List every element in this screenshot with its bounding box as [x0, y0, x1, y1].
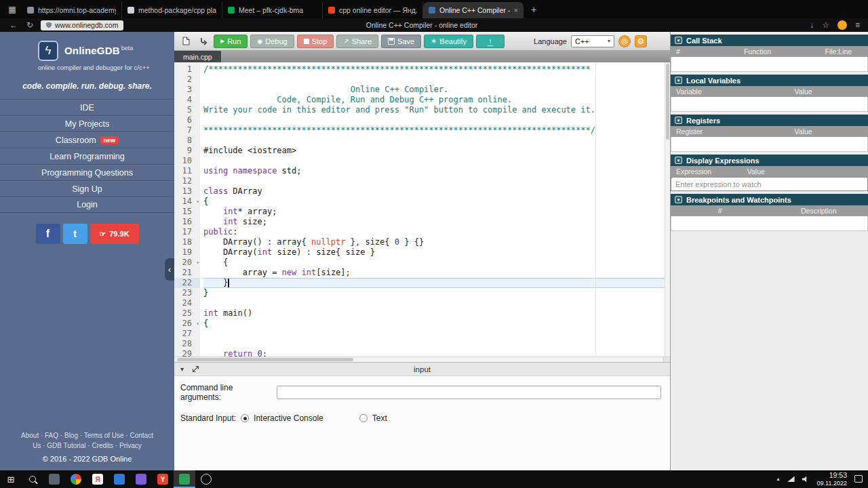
- gutter-line[interactable]: 25: [174, 308, 200, 319]
- browser-tab[interactable]: method-package/cpp plan: [122, 2, 222, 18]
- taskbar-search-button[interactable]: [22, 470, 43, 488]
- coin-button[interactable]: ◎: [618, 35, 631, 47]
- taskbar-app-6[interactable]: Y: [152, 470, 174, 488]
- browser-tab[interactable]: https://omni.top-academy: [22, 2, 122, 18]
- gutter-line[interactable]: 7: [174, 125, 200, 136]
- debug-section-header[interactable]: ▾Call Stack: [671, 35, 868, 46]
- gutter-line[interactable]: 29: [174, 349, 200, 357]
- gutter-line[interactable]: 21: [174, 268, 200, 278]
- gutter-line[interactable]: 1: [174, 64, 200, 75]
- sidebar-item-my-projects[interactable]: My Projects: [0, 115, 174, 131]
- gutter-line[interactable]: 18: [174, 237, 200, 247]
- address-bar[interactable]: www.onlinegdb.com: [41, 20, 123, 30]
- sidebar-item-sign-up[interactable]: Sign Up: [0, 180, 174, 197]
- volume-icon[interactable]: [802, 476, 810, 483]
- run-button[interactable]: ▶ Run: [214, 35, 248, 48]
- taskbar-app-active[interactable]: [174, 470, 195, 488]
- command-line-args-input[interactable]: [277, 386, 661, 399]
- footer-links[interactable]: About · FAQ · Blog · Terms of Use · Cont…: [16, 430, 158, 451]
- tab-panel-icon[interactable]: ▦: [5, 3, 19, 16]
- browser-tab[interactable]: Meet – pfk-cjdk-bma: [222, 2, 323, 18]
- sidebar-item-programming-questions[interactable]: Programming Questions: [0, 164, 174, 180]
- facebook-button[interactable]: f: [36, 224, 60, 244]
- settings-button[interactable]: ⚙: [635, 35, 647, 47]
- gutter-line[interactable]: 24: [174, 298, 200, 308]
- gutter-line[interactable]: 23: [174, 288, 200, 298]
- browser-menu-icon[interactable]: ≡: [855, 20, 860, 30]
- download-icon[interactable]: ↓: [810, 20, 814, 30]
- gutter-line[interactable]: 26▾: [174, 319, 200, 329]
- taskbar-app-5[interactable]: [130, 470, 152, 488]
- horizontal-scroll-thumb[interactable]: [177, 358, 353, 361]
- gutter-line[interactable]: 27: [174, 329, 200, 339]
- network-icon[interactable]: [787, 476, 795, 482]
- fold-icon[interactable]: ▾: [196, 197, 199, 207]
- gutter-line[interactable]: 5: [174, 105, 200, 115]
- profile-avatar[interactable]: [837, 20, 847, 30]
- editor-code-area[interactable]: /***************************************…: [200, 62, 665, 357]
- debug-section-header[interactable]: ▾Breakpoints and Watchpoints: [671, 194, 868, 205]
- editor-vertical-scrollbar[interactable]: [665, 62, 670, 357]
- stop-button[interactable]: Stop: [297, 35, 334, 48]
- gutter-line[interactable]: 6: [174, 115, 200, 125]
- new-tab-button[interactable]: +: [526, 2, 541, 17]
- save-button[interactable]: Save: [381, 35, 421, 48]
- gutter-line[interactable]: 28: [174, 339, 200, 349]
- expand-panel-icon[interactable]: [192, 365, 199, 373]
- gutter-line[interactable]: 16: [174, 217, 200, 227]
- sidebar-item-classroom[interactable]: Classroomnew: [0, 131, 174, 148]
- gutter-line[interactable]: 2: [174, 75, 200, 85]
- refresh-icon[interactable]: ↻: [22, 20, 38, 30]
- fork-button[interactable]: [196, 35, 211, 48]
- sidebar-collapse-handle[interactable]: ‹: [165, 258, 174, 281]
- beautify-button[interactable]: ∗ Beautify: [424, 35, 473, 48]
- language-select[interactable]: C++ ▾: [571, 35, 614, 47]
- fold-icon[interactable]: ▾: [196, 258, 199, 268]
- taskbar-app-clock[interactable]: [195, 470, 217, 488]
- taskbar-app-1[interactable]: [43, 470, 65, 488]
- gutter-line[interactable]: 17: [174, 227, 200, 237]
- gutter-line[interactable]: 11: [174, 166, 200, 176]
- like-count-button[interactable]: ☞ 79.9K: [90, 224, 139, 244]
- taskbar-clock[interactable]: 19:53 09.11.2022: [817, 471, 847, 487]
- collapse-panel-icon[interactable]: ▾: [180, 365, 184, 373]
- browser-tab[interactable]: cpp online editor — Янд...: [323, 2, 423, 18]
- gutter-line[interactable]: 4: [174, 95, 200, 105]
- gutter-line[interactable]: 13: [174, 186, 200, 197]
- fold-icon[interactable]: ▾: [196, 319, 199, 329]
- gutter-line[interactable]: 19: [174, 247, 200, 258]
- debug-section-header[interactable]: ▾Display Expressions: [671, 155, 868, 166]
- browser-tab[interactable]: Online C++ Compiler - o...×: [423, 2, 524, 18]
- new-file-button[interactable]: [178, 35, 193, 48]
- upload-button[interactable]: ↑: [476, 35, 505, 48]
- sidebar-item-learn-programming[interactable]: Learn Programming: [0, 148, 174, 164]
- start-button[interactable]: ⊞: [0, 470, 22, 488]
- vertical-scroll-thumb[interactable]: [666, 64, 669, 140]
- gutter-line[interactable]: 22: [174, 278, 200, 288]
- gutter-line[interactable]: 3: [174, 85, 200, 95]
- stdin-radio-text[interactable]: [359, 414, 368, 422]
- debug-button[interactable]: ◉ Debug: [250, 35, 294, 48]
- tray-chevron-up-icon[interactable]: ▴: [777, 476, 780, 482]
- debug-section-header[interactable]: ▾Registers: [671, 115, 868, 126]
- sidebar-item-ide[interactable]: IDE: [0, 99, 174, 115]
- gutter-line[interactable]: 14▾: [174, 197, 200, 207]
- debug-section-header[interactable]: ▾Local Variables: [671, 75, 868, 86]
- gutter-line[interactable]: 15: [174, 207, 200, 217]
- action-center-icon[interactable]: [854, 475, 863, 483]
- taskbar-app-browser[interactable]: [65, 470, 87, 488]
- gutter-line[interactable]: 8: [174, 136, 200, 146]
- taskbar-app-yandex[interactable]: Я: [87, 470, 108, 488]
- back-icon[interactable]: ←: [5, 20, 22, 30]
- gutter-line[interactable]: 9: [174, 146, 200, 156]
- editor-horizontal-scrollbar[interactable]: [174, 357, 670, 362]
- gutter-line[interactable]: 10: [174, 156, 200, 166]
- tab-close-icon[interactable]: ×: [514, 6, 518, 14]
- stdin-radio-interactive-console[interactable]: [241, 414, 249, 422]
- file-tab-main-cpp[interactable]: main.cpp: [174, 51, 221, 62]
- gutter-line[interactable]: 20▾: [174, 258, 200, 268]
- taskbar-app-4[interactable]: [108, 470, 130, 488]
- bookmark-star-icon[interactable]: ☆: [822, 20, 829, 30]
- watch-expression-input[interactable]: [671, 177, 868, 191]
- gutter-line[interactable]: 12: [174, 176, 200, 186]
